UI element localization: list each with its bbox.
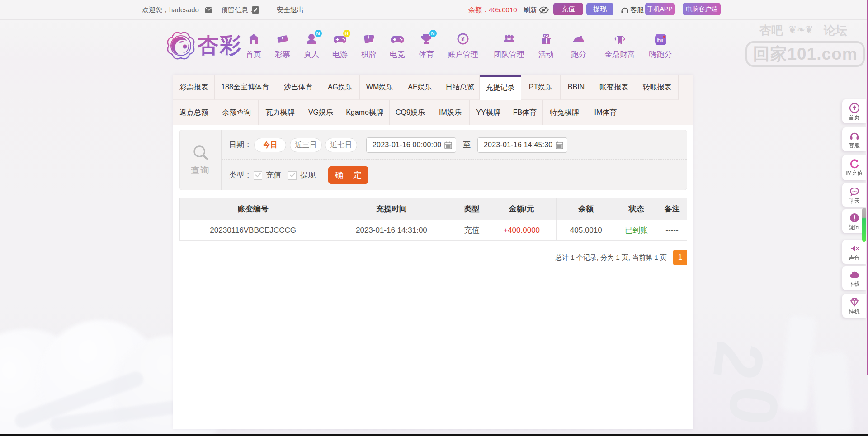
svg-text:¥: ¥ (461, 35, 465, 42)
svg-text:hi: hi (657, 36, 663, 44)
